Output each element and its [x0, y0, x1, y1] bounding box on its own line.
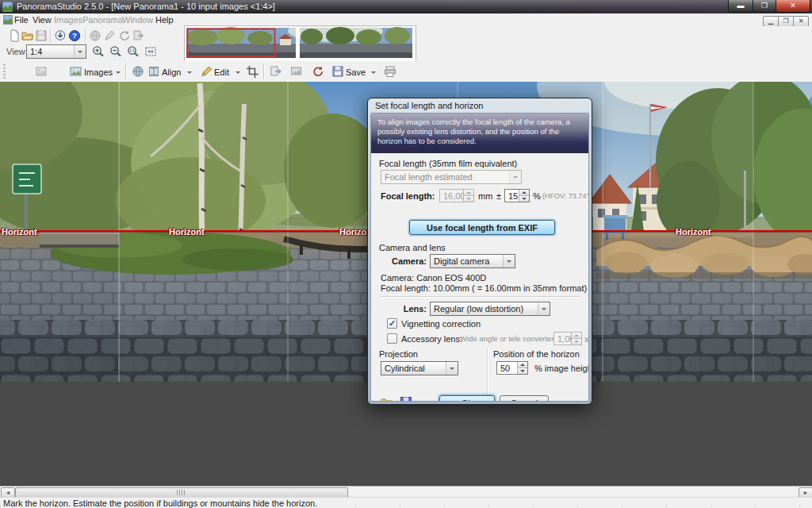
- help-icon[interactable]: ?: [68, 29, 81, 42]
- edit-button[interactable]: Edit: [214, 67, 229, 77]
- vignetting-checkbox[interactable]: ✓: [387, 318, 397, 329]
- spin-up-icon[interactable]: [519, 190, 529, 195]
- maximize-button[interactable]: ❐: [753, 0, 776, 13]
- menu-window[interactable]: Window: [119, 14, 156, 25]
- accessory-lens-checkbox[interactable]: [387, 333, 397, 344]
- view-zoom-value: 1:4: [30, 47, 74, 56]
- zoom-100-icon[interactable]: 1:1: [127, 45, 140, 58]
- focal-estimate-value: Focal length estimated: [385, 172, 509, 182]
- horizon-label: Horizont: [169, 227, 205, 237]
- hfov-value: (HFOV: 73.74°): [542, 192, 589, 200]
- save-dropdown-icon[interactable]: [371, 71, 376, 74]
- app-icon: [2, 2, 13, 12]
- add-images-icon: [36, 65, 48, 78]
- spinner-buttons: [571, 333, 581, 344]
- chevron-down-icon[interactable]: [538, 302, 550, 315]
- projection-section-label: Projection: [379, 349, 418, 359]
- projection-value: Cylindrical: [385, 364, 446, 373]
- ok-button[interactable]: Ok: [439, 395, 495, 402]
- menu-file[interactable]: File: [11, 14, 32, 25]
- camera-select[interactable]: Digital camera: [430, 254, 515, 268]
- mdi-close-button[interactable]: ✕: [793, 16, 809, 27]
- minimize-button[interactable]: ▬: [728, 0, 753, 13]
- spin-up-icon[interactable]: [464, 190, 473, 195]
- spin-down-icon[interactable]: [519, 195, 529, 202]
- align-button[interactable]: Align: [162, 67, 181, 77]
- toolbar-grip[interactable]: [3, 64, 6, 79]
- toolbar-separator: [85, 29, 86, 43]
- tolerance-input[interactable]: 15: [504, 189, 530, 202]
- cancel-button[interactable]: Cancel: [500, 395, 549, 402]
- edit-panorama-icon: [103, 29, 116, 42]
- assistant-icon[interactable]: [54, 29, 67, 42]
- mdi-minimize-button[interactable]: ▁: [763, 16, 779, 27]
- panoramastudio-window: PanoramaStudio 2.5.0 - [New Panorama1 - …: [0, 0, 812, 508]
- plus-minus-label: ±: [496, 191, 501, 201]
- spinner-buttons: [517, 362, 527, 374]
- fit-view-icon[interactable]: [144, 45, 157, 58]
- overview-thumbnails: [185, 26, 414, 60]
- mdi-restore-button[interactable]: ❐: [778, 16, 794, 27]
- accessory-factor-value: 1,00: [554, 333, 571, 344]
- load-settings-icon[interactable]: [381, 396, 394, 402]
- chevron-down-icon: [509, 171, 521, 183]
- align-dropdown-icon[interactable]: [187, 71, 192, 74]
- menu-help[interactable]: Help: [152, 14, 177, 25]
- zoom-in-icon[interactable]: [92, 45, 105, 58]
- export-panorama-icon: [270, 65, 282, 78]
- chevron-down-icon[interactable]: [446, 362, 458, 375]
- chevron-down-icon[interactable]: [503, 255, 515, 267]
- preview-sphere-icon[interactable]: [132, 65, 144, 78]
- spin-up-icon[interactable]: [572, 333, 581, 338]
- rotate-icon: [117, 29, 130, 42]
- spin-up-icon[interactable]: [518, 362, 527, 368]
- horizon-position-input[interactable]: 50: [496, 361, 528, 375]
- accessory-factor-input[interactable]: 1,00: [553, 332, 582, 345]
- camera-label: Camera:: [381, 256, 427, 266]
- accessory-desc: Wide angle or tele converter: [460, 334, 554, 343]
- horizon-position-value: 50: [497, 362, 517, 374]
- focal-section-label: Focal length (35mm film equivalent): [379, 159, 517, 168]
- panorama-overview-strip[interactable]: [184, 25, 416, 62]
- projection-select[interactable]: Cylindrical: [381, 361, 458, 375]
- spinner-buttons: [519, 190, 529, 202]
- save-panorama-icon: [331, 65, 344, 78]
- edit-icon: [200, 65, 213, 78]
- images-dropdown-icon[interactable]: [116, 71, 121, 74]
- spin-down-icon[interactable]: [464, 195, 473, 202]
- spin-down-icon[interactable]: [572, 338, 581, 344]
- spinner-buttons: [463, 190, 473, 202]
- spin-down-icon[interactable]: [518, 368, 527, 374]
- tolerance-value: 15: [505, 190, 519, 202]
- focal-unit-label: mm: [478, 191, 492, 201]
- images-icon: [70, 65, 82, 78]
- use-exif-button[interactable]: Use focal length from EXIF: [409, 220, 555, 235]
- accessory-lens-label: Accessory lens:: [401, 334, 462, 344]
- images-button[interactable]: Images: [84, 67, 113, 77]
- save-settings-icon[interactable]: [400, 396, 412, 402]
- horizontal-scrollbar[interactable]: ◄ ►: [0, 486, 812, 497]
- lens-value: Regular (low distortion): [434, 304, 538, 314]
- save-button[interactable]: Save: [346, 67, 366, 77]
- chevron-down-icon[interactable]: [74, 45, 86, 58]
- focal-estimate-select[interactable]: Focal length estimated: [381, 170, 522, 184]
- thumb-grip: [177, 490, 186, 495]
- focal-length-input[interactable]: 16,00: [439, 189, 474, 202]
- open-icon[interactable]: [21, 29, 34, 42]
- close-button[interactable]: ✕: [776, 0, 810, 13]
- crop-icon[interactable]: [246, 65, 259, 78]
- focal-length-label: Focal length:: [381, 191, 435, 201]
- view-zoom-select[interactable]: 1:4: [26, 44, 86, 59]
- edit-dropdown-icon[interactable]: [236, 71, 240, 74]
- window-title: PanoramaStudio 2.5.0 - [New Panorama1 - …: [17, 2, 275, 11]
- zoom-out-icon[interactable]: [109, 45, 122, 58]
- horizon-unit-label: % image height: [534, 364, 589, 373]
- vignetting-label: Vignetting correction: [401, 319, 481, 329]
- dialog-description: To align images correctly the focal leng…: [371, 114, 588, 153]
- horizon-label: Horizont: [676, 227, 711, 237]
- lens-label: Lens:: [381, 304, 427, 314]
- lens-select[interactable]: Regular (low distortion): [430, 302, 550, 316]
- print-icon: [384, 65, 396, 78]
- new-project-icon[interactable]: [8, 29, 21, 42]
- save-icon[interactable]: [35, 29, 48, 42]
